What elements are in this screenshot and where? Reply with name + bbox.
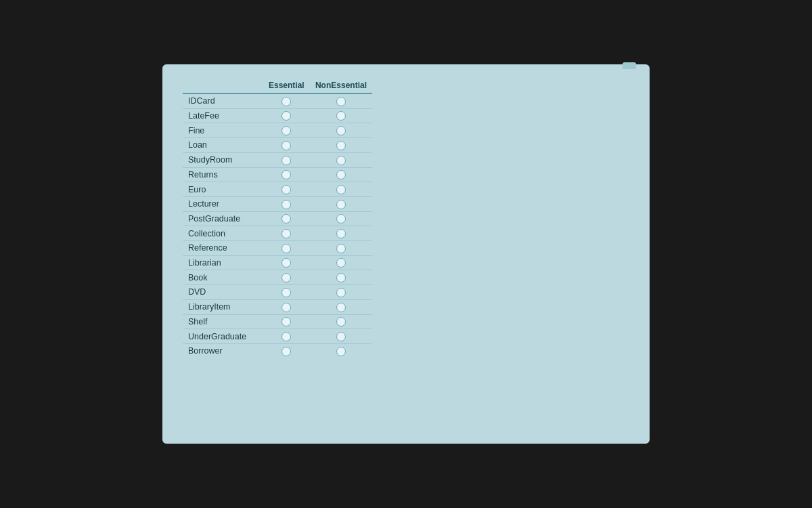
table-row: Shelf xyxy=(183,314,372,329)
nonessential-radio-cell[interactable] xyxy=(310,123,372,138)
row-label: Lecturer xyxy=(183,196,263,211)
essential-radio-cell[interactable] xyxy=(263,226,310,241)
essential-radio-cell[interactable] xyxy=(263,314,310,329)
nonessential-radio-cell[interactable] xyxy=(310,314,372,329)
nonessential-radio-cell[interactable] xyxy=(310,255,372,270)
essential-radio-button[interactable] xyxy=(281,317,291,326)
essential-radio-button[interactable] xyxy=(281,141,291,150)
essential-radio-button[interactable] xyxy=(281,303,291,312)
row-label: Borrower xyxy=(183,343,263,358)
essential-radio-cell[interactable] xyxy=(263,343,310,358)
main-panel: Essential NonEssential IDCardLateFeeFine… xyxy=(162,64,650,444)
row-label: PostGraduate xyxy=(183,211,263,226)
essential-radio-cell[interactable] xyxy=(263,93,310,108)
row-label: IDCard xyxy=(183,93,263,108)
nonessential-radio-cell[interactable] xyxy=(310,299,372,314)
essential-radio-button[interactable] xyxy=(281,185,291,194)
nonessential-radio-cell[interactable] xyxy=(310,167,372,182)
nonessential-radio-cell[interactable] xyxy=(310,182,372,197)
essential-radio-cell[interactable] xyxy=(263,255,310,270)
nonessential-radio-cell[interactable] xyxy=(310,93,372,108)
nonessential-radio-button[interactable] xyxy=(336,156,346,165)
table-row: LateFee xyxy=(183,108,372,123)
table-row: PostGraduate xyxy=(183,211,372,226)
nonessential-radio-button[interactable] xyxy=(336,229,346,238)
essential-radio-button[interactable] xyxy=(281,214,291,224)
nonessential-radio-cell[interactable] xyxy=(310,196,372,211)
table-row: Returns xyxy=(183,167,372,182)
essential-radio-button[interactable] xyxy=(281,111,291,121)
nonessential-radio-button[interactable] xyxy=(336,126,346,135)
row-label: Returns xyxy=(183,167,263,182)
nonessential-radio-button[interactable] xyxy=(336,111,346,121)
nonessential-radio-cell[interactable] xyxy=(310,226,372,241)
nonessential-radio-button[interactable] xyxy=(336,347,346,356)
essential-radio-cell[interactable] xyxy=(263,241,310,256)
essential-radio-cell[interactable] xyxy=(263,152,310,167)
nonessential-radio-button[interactable] xyxy=(336,317,346,326)
essential-radio-cell[interactable] xyxy=(263,182,310,197)
essential-radio-cell[interactable] xyxy=(263,329,310,344)
essential-radio-button[interactable] xyxy=(281,97,291,106)
essential-radio-button[interactable] xyxy=(281,200,291,209)
essential-radio-button[interactable] xyxy=(281,332,291,341)
nonessential-radio-cell[interactable] xyxy=(310,343,372,358)
row-label: LateFee xyxy=(183,108,263,123)
essential-radio-button[interactable] xyxy=(281,126,291,135)
essential-radio-cell[interactable] xyxy=(263,211,310,226)
nonessential-radio-button[interactable] xyxy=(336,244,346,253)
essential-radio-cell[interactable] xyxy=(263,123,310,138)
row-label: Loan xyxy=(183,138,263,153)
essential-radio-button[interactable] xyxy=(281,170,291,179)
essential-radio-cell[interactable] xyxy=(263,167,310,182)
essential-radio-button[interactable] xyxy=(281,347,291,356)
table-row: Fine xyxy=(183,123,372,138)
row-label: Shelf xyxy=(183,314,263,329)
table-row: Collection xyxy=(183,226,372,241)
essential-radio-button[interactable] xyxy=(281,244,291,253)
essential-radio-button[interactable] xyxy=(281,229,291,238)
essential-radio-cell[interactable] xyxy=(263,285,310,300)
row-label: Collection xyxy=(183,226,263,241)
essential-radio-cell[interactable] xyxy=(263,270,310,285)
table-row: Euro xyxy=(183,182,372,197)
table-row: Book xyxy=(183,270,372,285)
column-header-nonessential: NonEssential xyxy=(310,78,372,93)
essential-radio-cell[interactable] xyxy=(263,138,310,153)
nonessential-radio-cell[interactable] xyxy=(310,138,372,153)
nonessential-radio-cell[interactable] xyxy=(310,108,372,123)
nonessential-radio-button[interactable] xyxy=(336,170,346,179)
nonessential-radio-cell[interactable] xyxy=(310,241,372,256)
nonessential-radio-button[interactable] xyxy=(336,273,346,282)
nonessential-radio-button[interactable] xyxy=(336,303,346,312)
nonessential-radio-button[interactable] xyxy=(336,200,346,209)
essential-radio-cell[interactable] xyxy=(263,196,310,211)
row-label: Librarian xyxy=(183,255,263,270)
nonessential-radio-cell[interactable] xyxy=(310,285,372,300)
nonessential-radio-button[interactable] xyxy=(336,97,346,106)
nonessential-radio-cell[interactable] xyxy=(310,152,372,167)
nonessential-radio-button[interactable] xyxy=(336,288,346,297)
row-label: Book xyxy=(183,270,263,285)
nonessential-radio-cell[interactable] xyxy=(310,329,372,344)
table-row: IDCard xyxy=(183,93,372,108)
table-row: Borrower xyxy=(183,343,372,358)
nonessential-radio-button[interactable] xyxy=(336,258,346,268)
table-row: Librarian xyxy=(183,255,372,270)
nonessential-radio-cell[interactable] xyxy=(310,270,372,285)
essential-radio-button[interactable] xyxy=(281,258,291,268)
table-row: LibraryItem xyxy=(183,299,372,314)
essential-radio-cell[interactable] xyxy=(263,108,310,123)
row-label: Reference xyxy=(183,241,263,256)
essential-radio-button[interactable] xyxy=(281,156,291,165)
nonessential-radio-cell[interactable] xyxy=(310,211,372,226)
nonessential-radio-button[interactable] xyxy=(336,332,346,341)
essential-radio-button[interactable] xyxy=(281,288,291,297)
column-header-name xyxy=(183,78,263,93)
nonessential-radio-button[interactable] xyxy=(336,185,346,194)
nonessential-radio-button[interactable] xyxy=(336,214,346,224)
row-label: Fine xyxy=(183,123,263,138)
nonessential-radio-button[interactable] xyxy=(336,141,346,150)
essential-radio-button[interactable] xyxy=(281,273,291,282)
essential-radio-cell[interactable] xyxy=(263,299,310,314)
